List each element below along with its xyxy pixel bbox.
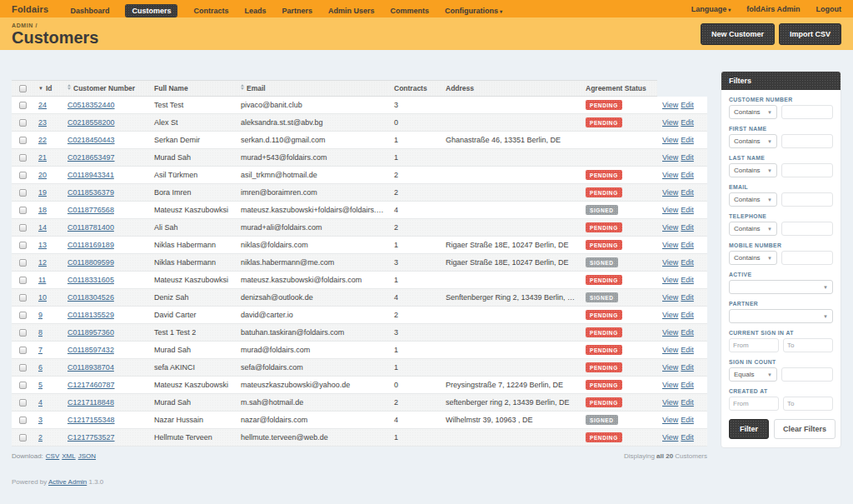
view-link[interactable]: View (662, 311, 678, 319)
edit-link[interactable]: Edit (681, 136, 694, 144)
row-customer-number-link[interactable]: C0118957360 (67, 328, 114, 337)
view-link[interactable]: View (662, 276, 678, 284)
edit-link[interactable]: Edit (681, 293, 694, 302)
edit-link[interactable]: Edit (681, 171, 694, 179)
created-at-to-input[interactable] (783, 397, 833, 411)
row-customer-number-link[interactable]: C0118938704 (67, 363, 114, 372)
view-link[interactable]: View (662, 328, 678, 337)
row-checkbox[interactable] (19, 312, 27, 319)
edit-link[interactable]: Edit (681, 101, 694, 109)
nav-item-partners[interactable]: Partners (282, 7, 312, 15)
nav-item-dashboard[interactable]: Dashboard (70, 7, 109, 15)
row-id-link[interactable]: 12 (38, 258, 47, 267)
row-customer-number-link[interactable]: C1217118848 (67, 398, 114, 407)
nav-item-customers[interactable]: Customers (125, 4, 177, 17)
breadcrumb-admin-link[interactable]: ADMIN (12, 22, 33, 28)
select-all-checkbox[interactable] (19, 85, 27, 92)
column-header-id[interactable]: ▼Id (33, 81, 62, 97)
customer-number-input[interactable] (781, 105, 833, 119)
row-customer-number-link[interactable]: C1217155348 (67, 416, 115, 424)
edit-link[interactable]: Edit (681, 346, 694, 354)
row-id-link[interactable]: 9 (38, 311, 42, 319)
row-customer-number-link[interactable]: C0118304526 (67, 293, 114, 302)
column-header-address[interactable]: Address (441, 81, 581, 97)
row-id-link[interactable]: 6 (38, 363, 42, 372)
column-header-agreement-status[interactable]: Agreement Status (581, 81, 657, 97)
clear-filters-button[interactable]: Clear Filters (774, 419, 836, 439)
row-id-link[interactable]: 8 (38, 328, 42, 337)
partner-operator-select[interactable]: ▼ (729, 309, 833, 323)
view-link[interactable]: View (662, 258, 678, 267)
view-link[interactable]: View (662, 241, 678, 249)
view-link[interactable]: View (662, 293, 678, 302)
import-csv-button[interactable]: Import CSV (779, 23, 841, 45)
last-name-operator-select[interactable]: Contains▼ (729, 163, 777, 177)
edit-link[interactable]: Edit (681, 398, 694, 407)
edit-link[interactable]: Edit (681, 241, 694, 249)
topnav-logout[interactable]: Logout (816, 5, 842, 13)
edit-link[interactable]: Edit (681, 153, 694, 162)
view-link[interactable]: View (662, 346, 678, 354)
nav-item-comments[interactable]: Comments (391, 7, 430, 15)
edit-link[interactable]: Edit (681, 381, 694, 389)
view-link[interactable]: View (662, 153, 678, 162)
telephone-operator-select[interactable]: Contains▼ (729, 222, 777, 236)
nav-item-configurations[interactable]: Configurations▾ (445, 7, 502, 15)
row-checkbox[interactable] (19, 399, 27, 407)
row-checkbox[interactable] (19, 154, 27, 162)
column-header-customer-number[interactable]: Customer Number (62, 81, 149, 97)
row-id-link[interactable]: 19 (38, 188, 47, 197)
row-id-link[interactable]: 18 (38, 206, 47, 214)
download-json-link[interactable]: JSON (78, 452, 96, 460)
row-customer-number-link[interactable]: C1217753527 (67, 433, 115, 442)
row-checkbox[interactable] (19, 417, 27, 424)
row-checkbox[interactable] (19, 119, 27, 127)
new-customer-button[interactable]: New Customer (701, 23, 775, 45)
last-name-input[interactable] (781, 163, 833, 177)
row-id-link[interactable]: 22 (38, 136, 47, 144)
row-customer-number-link[interactable]: C0118776568 (67, 206, 114, 214)
row-id-link[interactable]: 3 (38, 416, 42, 424)
topnav-foldairs-admin[interactable]: foldAirs Admin (746, 5, 800, 13)
select-all-header[interactable] (12, 81, 33, 97)
view-link[interactable]: View (662, 433, 678, 442)
view-link[interactable]: View (662, 136, 678, 144)
row-id-link[interactable]: 24 (38, 101, 47, 109)
row-checkbox[interactable] (19, 137, 27, 144)
current-sign-in-at-to-input[interactable] (783, 338, 833, 352)
email-input[interactable] (781, 192, 833, 207)
edit-link[interactable]: Edit (681, 433, 694, 442)
row-customer-number-link[interactable]: C0118331605 (67, 276, 114, 284)
row-id-link[interactable]: 14 (38, 223, 47, 232)
view-link[interactable]: View (662, 206, 678, 214)
view-link[interactable]: View (662, 381, 678, 389)
row-customer-number-link[interactable]: C0118169189 (67, 241, 114, 249)
row-checkbox[interactable] (19, 172, 27, 179)
row-id-link[interactable]: 13 (38, 241, 47, 249)
edit-link[interactable]: Edit (681, 363, 694, 372)
column-header-email[interactable]: Email (236, 81, 389, 97)
row-checkbox[interactable] (19, 434, 27, 442)
customer-number-operator-select[interactable]: Contains▼ (729, 105, 777, 119)
view-link[interactable]: View (662, 171, 678, 179)
nav-item-contracts[interactable]: Contracts (193, 7, 228, 15)
row-id-link[interactable]: 2 (38, 433, 42, 442)
row-checkbox[interactable] (19, 224, 27, 232)
row-checkbox[interactable] (19, 242, 27, 249)
row-customer-number-link[interactable]: C0118135529 (67, 311, 114, 319)
row-id-link[interactable]: 11 (38, 276, 46, 284)
telephone-input[interactable] (781, 222, 833, 236)
filter-button[interactable]: Filter (729, 419, 769, 439)
row-customer-number-link[interactable]: C0118597432 (67, 346, 114, 354)
row-customer-number-link[interactable]: C0118943341 (67, 171, 114, 179)
edit-link[interactable]: Edit (681, 276, 694, 284)
view-link[interactable]: View (662, 188, 678, 197)
row-customer-number-link[interactable]: C0118781400 (67, 223, 114, 232)
email-operator-select[interactable]: Contains▼ (729, 192, 777, 207)
created-at-from-input[interactable] (729, 397, 779, 411)
row-checkbox[interactable] (19, 294, 27, 302)
nav-item-admin-users[interactable]: Admin Users (328, 7, 375, 15)
row-checkbox[interactable] (19, 329, 27, 337)
nav-item-leads[interactable]: Leads (244, 7, 266, 15)
row-id-link[interactable]: 21 (38, 153, 47, 162)
